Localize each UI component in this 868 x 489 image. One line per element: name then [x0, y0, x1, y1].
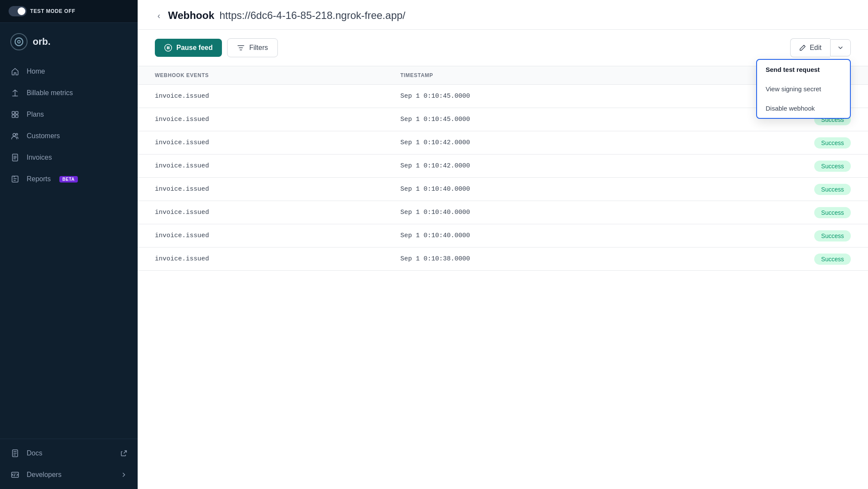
cell-status: Success — [671, 155, 868, 178]
filters-label: Filters — [249, 44, 268, 52]
dropdown-item-send-test[interactable]: Send test request — [757, 60, 850, 79]
cell-timestamp: Sep 1 0:10:40.0000 — [383, 201, 671, 224]
reports-icon — [10, 174, 20, 184]
page-header: ‹ Webhook https://6dc6-4-16-85-218.ngrok… — [138, 0, 868, 30]
status-badge: Success — [814, 184, 851, 195]
cell-status: Success — [671, 248, 868, 271]
cell-status: Success — [671, 131, 868, 155]
cell-event: invoice.issued — [138, 224, 383, 248]
cell-event: invoice.issued — [138, 108, 383, 131]
svg-rect-2 — [12, 111, 15, 114]
cell-event: invoice.issued — [138, 85, 383, 108]
edit-icon — [799, 44, 806, 51]
svg-rect-5 — [15, 115, 18, 118]
cell-timestamp: Sep 1 0:10:45.0000 — [383, 85, 671, 108]
page-subtitle: https://6dc6-4-16-85-218.ngrok-free.app/ — [219, 9, 405, 22]
chevron-right-icon — [120, 471, 127, 478]
cell-status: Success — [671, 178, 868, 201]
sidebar-item-developers-label: Developers — [27, 471, 62, 479]
test-mode-toggle[interactable]: TEST MODE OFF — [9, 6, 75, 16]
home-icon — [10, 67, 20, 76]
col-header-timestamp: TIMESTAMP — [383, 66, 671, 85]
svg-rect-4 — [12, 115, 15, 118]
chevron-down-icon — [837, 45, 843, 51]
test-mode-label: TEST MODE OFF — [30, 8, 75, 14]
table-row[interactable]: invoice.issuedSep 1 0:10:38.0000Success — [138, 248, 868, 271]
docs-icon — [10, 449, 20, 458]
cell-timestamp: Sep 1 0:10:40.0000 — [383, 178, 671, 201]
test-mode-switch[interactable] — [9, 6, 27, 16]
nav-bottom: Docs Developers — [0, 439, 138, 489]
table-row[interactable]: invoice.issuedSep 1 0:10:40.0000Success — [138, 201, 868, 224]
sidebar-header: TEST MODE OFF — [0, 0, 138, 23]
dropdown-menu: Send test request View signing secret Di… — [756, 59, 851, 119]
sidebar-item-customers[interactable]: Customers — [0, 125, 138, 147]
docs-left: Docs — [10, 449, 42, 458]
cell-event: invoice.issued — [138, 178, 383, 201]
sidebar-item-developers[interactable]: Developers — [0, 464, 138, 486]
plans-icon — [10, 110, 20, 119]
sidebar-item-plans[interactable]: Plans — [0, 104, 138, 125]
beta-badge: BETA — [59, 176, 77, 183]
cell-event: invoice.issued — [138, 248, 383, 271]
col-header-event: WEBHOOK EVENTS — [138, 66, 383, 85]
logo-icon — [10, 33, 28, 50]
logo-text: orb. — [33, 36, 51, 47]
svg-point-1 — [18, 40, 20, 43]
filters-icon — [237, 44, 245, 52]
developers-icon — [10, 470, 20, 480]
dropdown-item-disable[interactable]: Disable webhook — [757, 99, 850, 118]
table-row[interactable]: invoice.issuedSep 1 0:10:42.0000Success — [138, 131, 868, 155]
edit-button[interactable]: Edit — [790, 38, 830, 57]
sidebar-item-reports-label: Reports — [27, 175, 51, 183]
sidebar-item-billable-metrics-label: Billable metrics — [27, 89, 73, 97]
sidebar-item-home-label: Home — [27, 68, 45, 75]
table-row[interactable]: invoice.issuedSep 1 0:10:40.0000Success — [138, 224, 868, 248]
pause-icon — [164, 44, 172, 52]
table-container: WEBHOOK EVENTS TIMESTAMP invoice.issuedS… — [138, 66, 868, 489]
status-badge: Success — [814, 161, 851, 172]
developers-left: Developers — [10, 470, 62, 480]
external-link-icon — [120, 450, 127, 457]
status-badge: Success — [814, 207, 851, 218]
svg-rect-13 — [167, 46, 168, 50]
sidebar-item-plans-label: Plans — [27, 111, 44, 118]
svg-point-6 — [13, 133, 15, 136]
sidebar-item-invoices[interactable]: Invoices — [0, 147, 138, 168]
status-badge: Success — [814, 230, 851, 241]
cell-timestamp: Sep 1 0:10:40.0000 — [383, 224, 671, 248]
sidebar-item-billable-metrics[interactable]: Billable metrics — [0, 82, 138, 104]
sidebar-item-home[interactable]: Home — [0, 61, 138, 82]
main-content: ‹ Webhook https://6dc6-4-16-85-218.ngrok… — [138, 0, 868, 489]
sidebar-item-docs[interactable]: Docs — [0, 443, 138, 464]
logo-area: orb. — [0, 23, 138, 57]
cell-timestamp: Sep 1 0:10:42.0000 — [383, 131, 671, 155]
pause-feed-button[interactable]: Pause feed — [155, 39, 222, 57]
cell-timestamp: Sep 1 0:10:38.0000 — [383, 248, 671, 271]
svg-point-12 — [165, 44, 172, 51]
cell-timestamp: Sep 1 0:10:45.0000 — [383, 108, 671, 131]
table-row[interactable]: invoice.issuedSep 1 0:10:40.0000Success — [138, 178, 868, 201]
back-button[interactable]: ‹ — [155, 10, 163, 22]
svg-point-7 — [16, 133, 18, 135]
svg-rect-9 — [12, 176, 18, 182]
table-row[interactable]: invoice.issuedSep 1 0:10:42.0000Success — [138, 155, 868, 178]
status-badge: Success — [814, 137, 851, 149]
sidebar-item-invoices-label: Invoices — [27, 154, 52, 161]
edit-label: Edit — [810, 44, 822, 52]
pause-feed-label: Pause feed — [176, 44, 212, 52]
sidebar: TEST MODE OFF orb. Home Billable metrics — [0, 0, 138, 489]
svg-rect-14 — [169, 46, 170, 50]
svg-rect-3 — [15, 111, 18, 114]
svg-point-0 — [15, 38, 23, 46]
filters-button[interactable]: Filters — [227, 38, 278, 57]
sidebar-item-reports[interactable]: Reports BETA — [0, 168, 138, 190]
edit-dropdown-button[interactable] — [830, 39, 851, 56]
status-badge: Success — [814, 254, 851, 265]
customers-icon — [10, 131, 20, 141]
cell-status: Success — [671, 224, 868, 248]
cell-event: invoice.issued — [138, 155, 383, 178]
toolbar: Pause feed Filters Edit — [138, 30, 868, 66]
dropdown-item-view-signing[interactable]: View signing secret — [757, 79, 850, 99]
toolbar-left: Pause feed Filters — [155, 38, 278, 57]
